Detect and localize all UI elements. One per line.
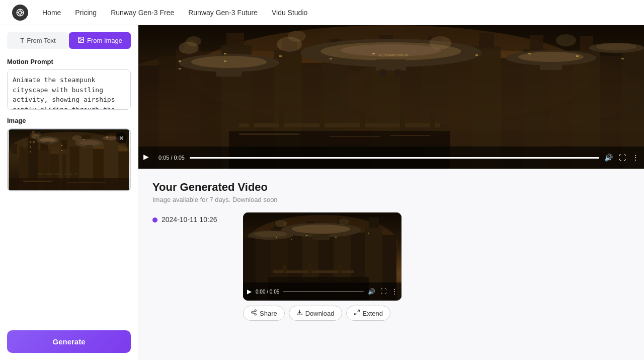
hero-fullscreen-icon[interactable]: ⛶ <box>619 154 626 162</box>
mini-more-icon[interactable]: ⋮ <box>391 288 397 295</box>
uploaded-image <box>8 129 130 190</box>
hero-video[interactable]: RUNWAY MK-III <box>138 25 644 169</box>
svg-rect-12 <box>11 144 17 154</box>
close-icon: ✕ <box>119 134 124 142</box>
svg-rect-154 <box>312 234 330 240</box>
svg-rect-69 <box>226 33 244 47</box>
svg-point-104 <box>518 52 584 62</box>
motion-prompt-label: Motion Prompt <box>7 58 131 65</box>
svg-rect-166 <box>306 235 307 236</box>
svg-rect-40 <box>30 141 31 142</box>
svg-rect-126 <box>179 68 181 69</box>
svg-point-1 <box>19 11 22 14</box>
history-timestamp: 2024-10-11 10:26 <box>162 214 232 224</box>
svg-rect-160 <box>283 265 286 273</box>
mini-progress-bar[interactable] <box>283 291 364 292</box>
extend-button[interactable]: Extend <box>346 306 390 321</box>
generated-subtitle: Image available for 7 days. Download soo… <box>152 196 630 203</box>
nav-runway-future-link[interactable]: Runway Gen-3 Future <box>188 9 258 17</box>
svg-rect-44 <box>61 145 62 146</box>
main-content: RUNWAY MK-III <box>138 25 644 360</box>
svg-point-153 <box>292 225 350 234</box>
svg-point-49 <box>35 132 41 136</box>
svg-rect-56 <box>53 168 55 175</box>
svg-point-171 <box>255 314 256 315</box>
nav-pricing-link[interactable]: Pricing <box>75 9 97 17</box>
hero-progress-bar[interactable] <box>190 157 599 159</box>
svg-rect-162 <box>339 265 342 273</box>
hero-time-display: 0:05 / 0:05 <box>158 155 185 161</box>
svg-rect-125 <box>179 60 181 62</box>
generated-video-section: Your Generated Video Image available for… <box>138 169 644 333</box>
mini-volume-icon[interactable]: 🔊 <box>368 288 375 295</box>
svg-rect-132 <box>475 54 478 56</box>
image-close-button[interactable]: ✕ <box>116 132 127 143</box>
svg-point-113 <box>556 34 576 46</box>
motion-prompt-input[interactable]: Animate the steampunk cityscape with bus… <box>7 69 131 110</box>
history-dot <box>152 218 157 223</box>
svg-rect-53 <box>67 182 106 183</box>
svg-rect-98 <box>395 69 401 77</box>
svg-point-107 <box>596 43 636 50</box>
mini-time-display: 0:00 / 0:05 <box>256 289 279 295</box>
svg-rect-133 <box>528 53 531 54</box>
svg-rect-45 <box>61 150 62 151</box>
svg-rect-46 <box>83 139 85 140</box>
svg-rect-57 <box>62 168 65 175</box>
hero-play-button[interactable]: ▶ <box>143 153 153 163</box>
extend-icon <box>354 309 360 317</box>
hero-progress-fill <box>190 157 599 159</box>
svg-rect-41 <box>30 147 31 148</box>
hero-video-icons: 🔊 ⛶ ⋮ <box>604 154 639 162</box>
svg-point-101 <box>191 56 267 68</box>
mini-fullscreen-icon[interactable]: ⛶ <box>380 288 386 295</box>
svg-rect-165 <box>291 239 292 240</box>
hero-volume-icon[interactable]: 🔊 <box>604 154 613 162</box>
svg-rect-115 <box>249 113 254 127</box>
svg-point-157 <box>275 220 287 227</box>
nav-home-link[interactable]: Home <box>42 9 61 17</box>
svg-point-36 <box>79 140 99 146</box>
svg-line-172 <box>253 313 255 314</box>
svg-point-156 <box>254 231 287 237</box>
logo[interactable] <box>12 5 28 21</box>
svg-rect-47 <box>106 137 108 138</box>
svg-line-173 <box>253 311 255 312</box>
svg-point-170 <box>252 312 253 313</box>
svg-rect-150 <box>369 218 379 228</box>
svg-rect-123 <box>330 136 380 137</box>
mini-video[interactable]: ▶ 0:00 / 0:05 🔊 ⛶ ⋮ <box>243 212 401 301</box>
svg-point-111 <box>288 31 306 42</box>
from-image-label: From Image <box>87 37 122 44</box>
tab-row: T From Text From Image <box>7 32 131 49</box>
hero-more-icon[interactable]: ⋮ <box>632 154 639 162</box>
svg-point-7 <box>79 38 80 39</box>
sidebar-bottom: Generate <box>7 323 131 360</box>
svg-rect-164 <box>276 237 277 238</box>
generate-button[interactable]: Generate <box>7 330 131 353</box>
nav-runway-free-link[interactable]: Runway Gen-3 Free <box>111 9 174 17</box>
svg-rect-58 <box>72 169 74 175</box>
action-buttons-row: Share Download Extend <box>243 306 401 321</box>
svg-line-176 <box>354 313 356 315</box>
share-button[interactable]: Share <box>243 306 285 321</box>
svg-rect-17 <box>32 131 35 135</box>
download-button[interactable]: Download <box>289 306 342 321</box>
svg-rect-96 <box>376 59 406 70</box>
svg-rect-134 <box>576 55 579 57</box>
image-upload-area[interactable]: ✕ <box>7 128 131 191</box>
svg-rect-130 <box>330 58 332 59</box>
svg-rect-84 <box>479 33 494 48</box>
nav-vidu-link[interactable]: Vidu Studio <box>272 9 307 17</box>
svg-rect-52 <box>23 181 52 182</box>
svg-rect-124 <box>390 135 430 136</box>
mini-play-button[interactable]: ▶ <box>247 288 252 295</box>
svg-rect-105 <box>540 63 562 70</box>
svg-point-169 <box>255 310 256 311</box>
from-image-tab[interactable]: From Image <box>69 32 131 49</box>
svg-rect-167 <box>335 237 337 238</box>
svg-rect-129 <box>279 55 282 57</box>
download-label: Download <box>305 310 335 317</box>
extend-label: Extend <box>363 310 383 317</box>
from-text-tab[interactable]: T From Text <box>7 32 69 49</box>
